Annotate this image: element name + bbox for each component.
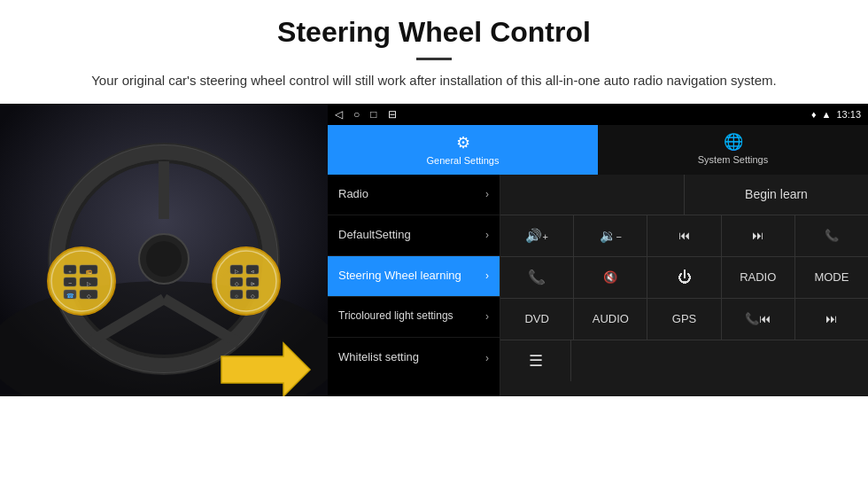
menu-item-steering-label: Steering Wheel learning bbox=[338, 269, 485, 284]
ui-main: Radio › DefaultSetting › Steering Wheel … bbox=[328, 175, 868, 396]
svg-text:◇: ◇ bbox=[235, 281, 239, 286]
gps-label: GPS bbox=[672, 312, 696, 325]
audio-label: AUDIO bbox=[593, 312, 629, 325]
globe-icon: 🌐 bbox=[724, 132, 743, 152]
svg-text:−: − bbox=[68, 280, 72, 286]
phone-icon: 📞 bbox=[825, 229, 839, 242]
skip-next-icon: ⏭ bbox=[825, 312, 837, 325]
svg-text:+: + bbox=[68, 269, 72, 274]
button-row-1: 🔊+ 🔉− ⏮ ⏭ 📞 bbox=[500, 215, 868, 257]
tab-system-label: System Settings bbox=[698, 154, 768, 165]
svg-text:⊳: ⊳ bbox=[251, 281, 255, 286]
top-row: Begin learn bbox=[500, 175, 868, 215]
button-row-3: DVD AUDIO GPS 📞⏮ ⏭ bbox=[500, 299, 868, 340]
status-bar-info: ♦ ▲ 13:13 bbox=[811, 109, 861, 120]
menu-grid-icon: ☰ bbox=[529, 351, 543, 371]
menu-item-steering[interactable]: Steering Wheel learning › bbox=[328, 256, 500, 297]
power-icon: ⏻ bbox=[678, 270, 692, 285]
button-row-2: 📞 🔇 ⏻ RADIO MODE bbox=[500, 257, 868, 299]
vol-up-button[interactable]: 🔊+ bbox=[500, 215, 574, 256]
svg-point-10 bbox=[146, 241, 182, 277]
begin-learn-button[interactable]: Begin learn bbox=[685, 175, 868, 215]
menu-item-radio[interactable]: Radio › bbox=[328, 175, 500, 215]
svg-text:☎: ☎ bbox=[66, 293, 74, 299]
signal-icon: ▲ bbox=[822, 109, 832, 120]
svg-text:▷: ▷ bbox=[235, 269, 239, 274]
home-icon[interactable]: ○ bbox=[353, 108, 360, 121]
dvd-button[interactable]: DVD bbox=[500, 299, 574, 340]
tab-general-label: General Settings bbox=[427, 155, 500, 166]
chevron-icon: › bbox=[485, 310, 489, 323]
menu-item-radio-label: Radio bbox=[338, 187, 485, 202]
menu-list: Radio › DefaultSetting › Steering Wheel … bbox=[328, 175, 500, 396]
svg-text:◇: ◇ bbox=[251, 293, 255, 299]
next-track-button[interactable]: ⏭ bbox=[722, 215, 795, 256]
android-ui: ◁ ○ □ ⊟ ♦ ▲ 13:13 ⚙ General Settings 🌐 S… bbox=[328, 104, 868, 396]
radio-label: RADIO bbox=[740, 270, 776, 284]
svg-text:○: ○ bbox=[235, 293, 238, 299]
phone-button[interactable]: 📞 bbox=[795, 215, 868, 256]
title-divider bbox=[416, 58, 452, 60]
gear-icon: ⚙ bbox=[456, 133, 470, 152]
menu-item-default[interactable]: DefaultSetting › bbox=[328, 215, 500, 256]
mode-button[interactable]: MODE bbox=[795, 257, 868, 298]
main-content: + − ☎ 📻 ▷ ◇ ▷ ◇ ○ ⊲ ⊳ ◇ bbox=[0, 104, 868, 396]
gps-button[interactable]: GPS bbox=[647, 299, 721, 340]
menu-item-default-label: DefaultSetting bbox=[338, 228, 485, 243]
menu-item-whitelist[interactable]: Whitelist setting › bbox=[328, 338, 500, 379]
svg-text:◇: ◇ bbox=[87, 293, 91, 298]
tab-system-settings[interactable]: 🌐 System Settings bbox=[598, 125, 868, 175]
menu-icon[interactable]: ⊟ bbox=[388, 108, 397, 121]
chevron-icon: › bbox=[485, 229, 489, 241]
location-icon: ♦ bbox=[811, 109, 817, 120]
status-bar: ◁ ○ □ ⊟ ♦ ▲ 13:13 bbox=[328, 104, 868, 125]
dvd-label: DVD bbox=[524, 312, 548, 325]
call-accept-icon: 📞 bbox=[528, 269, 546, 285]
mute-icon: 🔇 bbox=[603, 270, 617, 284]
steering-wheel-image: + − ☎ 📻 ▷ ◇ ▷ ◇ ○ ⊲ ⊳ ◇ bbox=[0, 104, 328, 396]
back-icon[interactable]: ◁ bbox=[335, 108, 343, 121]
tab-general-settings[interactable]: ⚙ General Settings bbox=[328, 125, 598, 175]
audio-button[interactable]: AUDIO bbox=[574, 299, 647, 340]
phone-prev-button[interactable]: 📞⏮ bbox=[722, 299, 795, 340]
chevron-icon: › bbox=[485, 188, 489, 200]
menu-item-whitelist-label: Whitelist setting bbox=[338, 350, 485, 365]
chevron-icon: › bbox=[485, 352, 489, 364]
vol-down-icon: 🔉− bbox=[600, 228, 622, 244]
page-subtitle: Your original car's steering wheel contr… bbox=[53, 71, 815, 91]
svg-text:▷: ▷ bbox=[87, 280, 91, 285]
menu-item-tricolour[interactable]: Tricoloured light settings › bbox=[328, 297, 500, 338]
svg-text:⊲: ⊲ bbox=[251, 269, 254, 274]
vol-up-icon: 🔊+ bbox=[525, 228, 547, 244]
menu-item-tricolour-label: Tricoloured light settings bbox=[338, 309, 485, 324]
nav-tabs: ⚙ General Settings 🌐 System Settings bbox=[328, 125, 868, 175]
chevron-icon: › bbox=[485, 270, 489, 282]
next-track-icon: ⏭ bbox=[752, 229, 763, 242]
icon-row: ☰ bbox=[500, 340, 868, 381]
radio-button[interactable]: RADIO bbox=[722, 257, 795, 298]
mode-label: MODE bbox=[814, 270, 849, 284]
page-header: Steering Wheel Control Your original car… bbox=[0, 0, 868, 104]
vol-down-button[interactable]: 🔉− bbox=[574, 215, 647, 256]
blank-area bbox=[500, 175, 685, 215]
clock: 13:13 bbox=[836, 109, 861, 120]
prev-track-icon: ⏮ bbox=[678, 229, 690, 242]
page-title: Steering Wheel Control bbox=[53, 16, 815, 49]
menu-grid-button[interactable]: ☰ bbox=[500, 340, 571, 381]
recents-icon[interactable]: □ bbox=[370, 108, 376, 121]
right-panel: Begin learn 🔊+ 🔉− ⏮ ⏭ bbox=[500, 175, 868, 396]
call-accept-button[interactable]: 📞 bbox=[500, 257, 574, 298]
status-bar-nav-icons: ◁ ○ □ ⊟ bbox=[335, 108, 397, 121]
prev-track-button[interactable]: ⏮ bbox=[647, 215, 721, 256]
svg-text:📻: 📻 bbox=[86, 268, 92, 275]
phone-prev-icon: 📞⏮ bbox=[745, 312, 771, 325]
power-button[interactable]: ⏻ bbox=[647, 257, 721, 298]
mute-button[interactable]: 🔇 bbox=[574, 257, 647, 298]
skip-next-button[interactable]: ⏭ bbox=[795, 299, 868, 340]
